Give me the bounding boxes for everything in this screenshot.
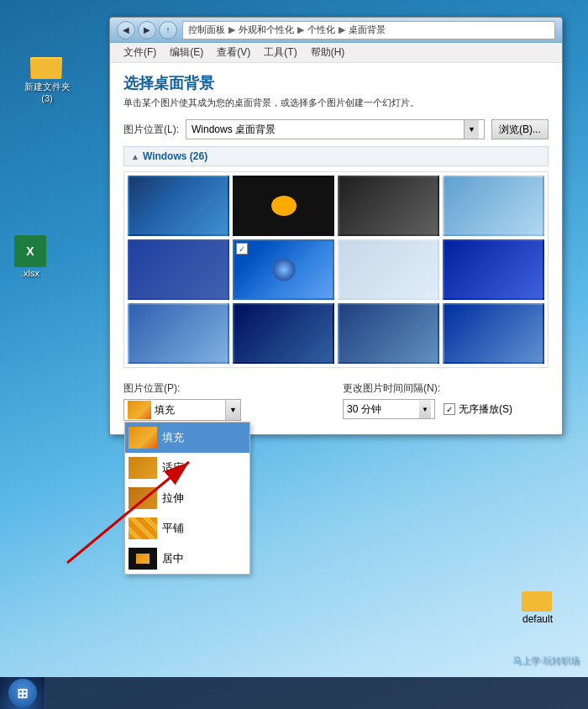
back-button[interactable]: ◀ xyxy=(117,21,135,39)
wallpaper-thumb-9[interactable] xyxy=(128,303,229,364)
position-control-group: 图片位置(P): 填充 ▼ 填充 xyxy=(123,381,329,421)
bottom-controls: 图片位置(P): 填充 ▼ 填充 xyxy=(123,375,549,424)
wallpaper-thumb-10[interactable] xyxy=(233,303,334,364)
wallpaper-thumb-7[interactable] xyxy=(338,239,439,300)
menu-help[interactable]: 帮助(H) xyxy=(304,44,352,61)
address-bar[interactable]: 控制面板 ▶ 外观和个性化 ▶ 个性化 ▶ 桌面背景 xyxy=(182,21,555,39)
desktop: 新建文件夹 (3) X .xlsx default ◀ ▶ ↑ xyxy=(0,0,588,709)
taskbar: ⊞ xyxy=(0,677,588,709)
forward-button[interactable]: ▶ xyxy=(138,21,156,39)
position-thumb-preview xyxy=(128,401,151,419)
shuffle-row: ✓ 无序播放(S) xyxy=(444,402,512,417)
excel-icon: X xyxy=(14,235,46,267)
title-bar: ◀ ▶ ↑ 控制面板 ▶ 外观和个性化 ▶ 个性化 ▶ 桌面背景 xyxy=(110,18,562,43)
wallpaper-thumb-6[interactable]: ✓ xyxy=(233,239,334,300)
svg-rect-6 xyxy=(522,591,552,612)
wallpaper-thumb-11[interactable] xyxy=(338,303,439,364)
image-source-combo[interactable]: Windows 桌面背景 ▼ xyxy=(186,119,485,139)
interval-value: 30 分钟 xyxy=(347,402,419,417)
title-bar-nav: ◀ ▶ ↑ xyxy=(117,21,177,39)
position-row: 填充 ▼ 填充 适应 xyxy=(123,399,329,421)
position-dropdown: 填充 适应 拉伸 xyxy=(124,422,250,575)
dropdown-thumb-fill xyxy=(129,427,157,449)
menu-view[interactable]: 查看(V) xyxy=(210,44,257,61)
dropdown-label-center: 居中 xyxy=(162,551,184,566)
desktop-icon-label-default: default xyxy=(522,613,553,625)
position-label: 图片位置(P): xyxy=(123,381,329,396)
desktop-icon-label-excel: .xlsx xyxy=(21,267,39,279)
dropdown-label-fill: 填充 xyxy=(162,430,184,445)
menu-file[interactable]: 文件(F) xyxy=(117,44,163,61)
page-description: 单击某个图片使其成为您的桌面背景，或选择多个图片创建一个幻灯片。 xyxy=(123,97,549,109)
interval-label: 更改图片时间间隔(N): xyxy=(343,381,549,396)
wallpaper-thumb-3[interactable] xyxy=(338,176,439,236)
section-header: ▲ Windows (26) xyxy=(123,146,549,166)
menu-bar: 文件(F) 编辑(E) 查看(V) 工具(T) 帮助(H) xyxy=(110,43,562,63)
start-button[interactable]: ⊞ xyxy=(0,677,45,709)
dropdown-item-fit[interactable]: 适应 xyxy=(125,453,249,483)
up-button[interactable]: ↑ xyxy=(159,21,177,39)
dropdown-label-fit: 适应 xyxy=(162,460,184,475)
browse-button[interactable]: 浏览(B)... xyxy=(491,119,549,139)
shuffle-checkbox[interactable]: ✓ xyxy=(444,403,455,415)
dropdown-label-tile: 平铺 xyxy=(162,521,184,536)
image-source-row: 图片位置(L): Windows 桌面背景 ▼ 浏览(B)... xyxy=(123,119,549,139)
image-position-label: 图片位置(L): xyxy=(123,123,179,137)
content-area: 选择桌面背景 单击某个图片使其成为您的桌面背景，或选择多个图片创建一个幻灯片。 … xyxy=(110,63,562,434)
wallpaper-thumb-5[interactable] xyxy=(128,239,229,300)
image-source-value: Windows 桌面背景 xyxy=(192,123,464,137)
wallpaper-thumb-12[interactable] xyxy=(443,303,544,364)
dropdown-item-tile[interactable]: 平铺 xyxy=(125,513,249,544)
position-combo[interactable]: 填充 ▼ 填充 适应 xyxy=(123,399,241,421)
wallpaper-thumb-8[interactable] xyxy=(443,239,544,300)
start-orb-icon: ⊞ xyxy=(8,679,37,707)
desktop-icon-default[interactable]: default xyxy=(512,583,563,625)
dropdown-thumb-tile xyxy=(129,517,157,539)
interval-combo-arrow: ▼ xyxy=(419,400,431,418)
menu-tools[interactable]: 工具(T) xyxy=(257,44,303,61)
desktop-icon-excel[interactable]: X .xlsx xyxy=(0,235,60,279)
menu-edit[interactable]: 编辑(E) xyxy=(163,44,210,61)
page-title: 选择桌面背景 xyxy=(123,73,549,93)
interval-control-group: 更改图片时间间隔(N): 30 分钟 ▼ ✓ 无序播放(S) xyxy=(343,381,549,419)
dropdown-label-stretch: 拉伸 xyxy=(162,491,184,506)
dropdown-thumb-center xyxy=(129,548,157,570)
main-window: ◀ ▶ ↑ 控制面板 ▶ 外观和个性化 ▶ 个性化 ▶ 桌面背景 文件(F) 编… xyxy=(109,17,563,435)
wallpaper-thumb-1[interactable] xyxy=(128,176,229,236)
wallpaper-grid: ✓ xyxy=(123,171,549,368)
watermark: 马上学·玩转职场 xyxy=(512,654,580,667)
dropdown-item-stretch[interactable]: 拉伸 xyxy=(125,483,249,513)
desktop-icon-label: 新建文件夹 (3) xyxy=(24,81,71,105)
wallpaper-thumb-4[interactable] xyxy=(443,176,544,236)
section-title: Windows (26) xyxy=(143,150,207,162)
combo-arrow-icon: ▼ xyxy=(464,120,479,139)
wallpaper-thumb-2[interactable] xyxy=(233,176,334,236)
dropdown-thumb-fit xyxy=(129,457,157,479)
folder-icon-default xyxy=(521,583,554,613)
folder-icon xyxy=(30,50,64,81)
position-value: 填充 xyxy=(155,403,225,418)
collapse-icon[interactable]: ▲ xyxy=(131,152,139,161)
dropdown-item-center[interactable]: 居中 xyxy=(125,544,249,574)
desktop-icon-new-folder[interactable]: 新建文件夹 (3) xyxy=(17,50,77,105)
dropdown-item-fill[interactable]: 填充 xyxy=(125,423,249,453)
position-combo-arrow: ▼ xyxy=(225,400,240,420)
shuffle-label: 无序播放(S) xyxy=(459,402,512,417)
interval-row: 30 分钟 ▼ ✓ 无序播放(S) xyxy=(343,399,549,419)
svg-rect-4 xyxy=(31,59,61,79)
interval-combo[interactable]: 30 分钟 ▼ xyxy=(343,399,435,419)
thumb-check-6: ✓ xyxy=(236,243,248,255)
dropdown-thumb-stretch xyxy=(129,487,157,509)
